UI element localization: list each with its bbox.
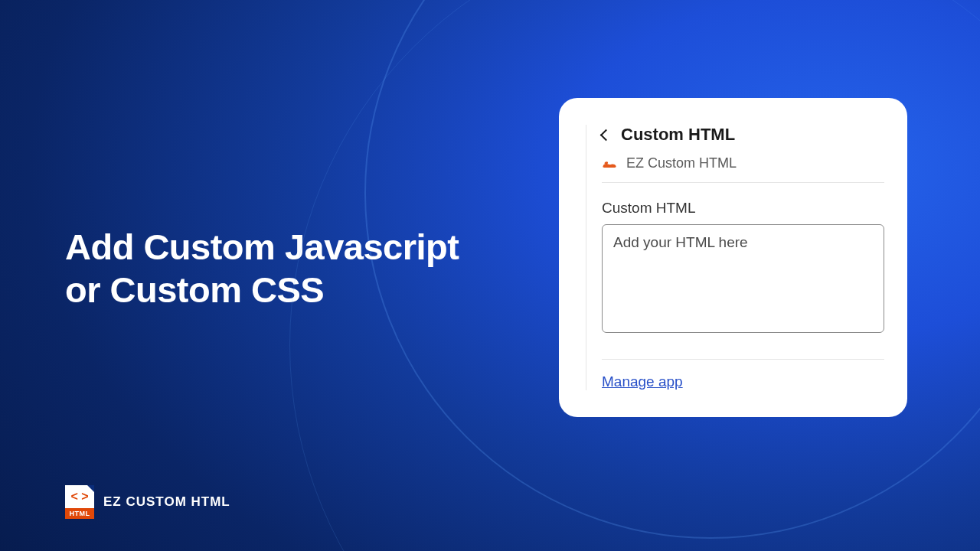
brand-icon-code-glyph: < > (65, 485, 94, 508)
app-name-label: EZ Custom HTML (626, 155, 737, 171)
card-header: Custom HTML (602, 125, 884, 145)
brand-name: EZ CUSTOM HTML (103, 494, 230, 510)
headline-line-1: Add Custom Javascript (65, 226, 459, 269)
settings-card: Custom HTML EZ Custom HTML Custom HTML M… (559, 98, 907, 417)
custom-html-textarea[interactable] (602, 224, 884, 333)
divider (602, 359, 884, 360)
brand-icon-html-label: HTML (65, 508, 94, 519)
manage-app-link[interactable]: Manage app (602, 373, 683, 390)
shoe-icon (602, 158, 617, 169)
app-row: EZ Custom HTML (602, 155, 884, 183)
back-chevron-icon[interactable] (600, 129, 612, 141)
html-file-icon: < > HTML (65, 485, 94, 519)
headline-line-2: or Custom CSS (65, 269, 459, 311)
settings-card-inner: Custom HTML EZ Custom HTML Custom HTML M… (586, 125, 884, 390)
html-field-label: Custom HTML (602, 200, 884, 217)
card-title: Custom HTML (621, 125, 735, 145)
brand-footer: < > HTML EZ CUSTOM HTML (65, 485, 230, 519)
marketing-headline: Add Custom Javascript or Custom CSS (65, 226, 459, 312)
